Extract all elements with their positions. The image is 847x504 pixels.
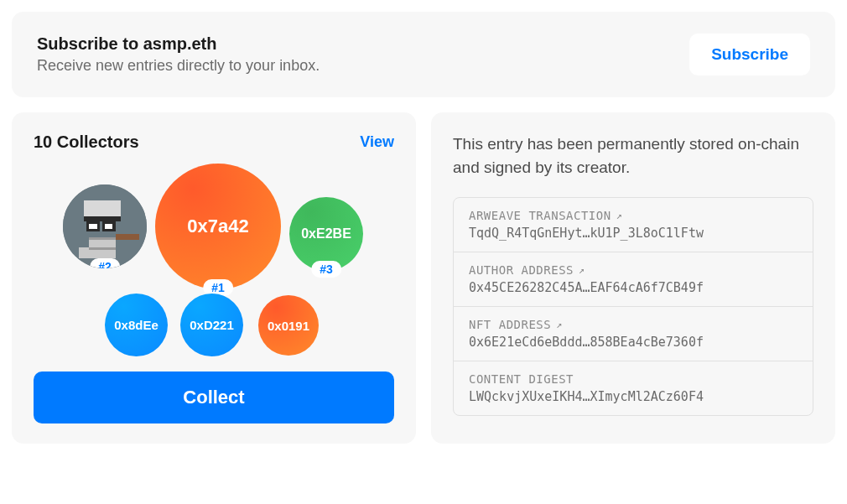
chain-card: This entry has been permanently stored o… (431, 112, 835, 444)
svg-rect-11 (89, 247, 115, 250)
collector-bubble-rank2[interactable]: #2 (63, 184, 147, 268)
meta-value: 0x6E21eCd6eBddd…858BEa4cBe7360f (469, 335, 798, 350)
collector-label: 0xE2BE (301, 226, 351, 242)
external-link-icon: ↗ (616, 210, 623, 221)
svg-rect-6 (105, 224, 112, 229)
collector-bubble-small[interactable]: 0x8dEe (105, 294, 168, 356)
collector-bubble-small[interactable]: 0x0191 (258, 295, 319, 356)
svg-rect-9 (79, 247, 90, 258)
collector-label: 0x0191 (268, 319, 309, 333)
subscribe-bar: Subscribe to asmp.eth Receive new entrie… (12, 12, 835, 97)
chain-meta-list: ARWEAVE TRANSACTION ↗ TqdQ_R4TqGnEHyt…kU… (453, 197, 813, 416)
svg-rect-10 (89, 237, 115, 240)
svg-rect-7 (116, 234, 139, 239)
collector-bubble-rank3[interactable]: 0xE2BE #3 (289, 197, 363, 271)
external-link-icon: ↗ (579, 264, 585, 276)
collector-label: 0xD221 (190, 318, 234, 332)
svg-rect-2 (84, 216, 121, 221)
rank-badge: #2 (90, 258, 120, 268)
collector-label: 0x8dEe (114, 318, 158, 332)
collector-bubble-rank1[interactable]: 0x7a42 #1 (155, 164, 281, 289)
meta-nft-address[interactable]: NFT ADDRESS ↗ 0x6E21eCd6eBddd…858BEa4cBe… (454, 307, 813, 361)
subscribe-title: Subscribe to asmp.eth (37, 34, 320, 54)
subscribe-subtitle: Receive new entries directly to your inb… (37, 57, 320, 75)
chain-description: This entry has been permanently stored o… (453, 132, 813, 179)
meta-content-digest: CONTENT DIGEST LWQckvjXUxeIKH4…XImycMl2A… (454, 361, 813, 415)
external-link-icon: ↗ (556, 319, 563, 330)
view-link[interactable]: View (360, 133, 394, 151)
subscribe-button[interactable]: Subscribe (689, 34, 810, 75)
meta-label: CONTENT DIGEST (469, 372, 798, 386)
meta-label: ARWEAVE TRANSACTION ↗ (469, 209, 798, 222)
meta-author-address[interactable]: AUTHOR ADDRESS ↗ 0x45CE26282C45A…EAF64cA… (454, 252, 813, 307)
bottom-row: 10 Collectors View (12, 112, 835, 444)
svg-rect-1 (84, 200, 121, 216)
collector-bubble-small[interactable]: 0xD221 (180, 294, 243, 356)
meta-value: 0x45CE26282C45A…EAF64cA6f7CB49f (469, 280, 798, 295)
meta-value: TqdQ_R4TqGnEHyt…kU1P_3L8oC1lFtw (469, 226, 798, 241)
collectors-card: 10 Collectors View (12, 112, 416, 444)
meta-label: NFT ADDRESS ↗ (469, 318, 798, 331)
collectors-header: 10 Collectors View (34, 132, 394, 152)
meta-arweave-transaction[interactable]: ARWEAVE TRANSACTION ↗ TqdQ_R4TqGnEHyt…kU… (454, 198, 813, 252)
subscribe-text: Subscribe to asmp.eth Receive new entrie… (37, 34, 320, 75)
meta-label: AUTHOR ADDRESS ↗ (469, 263, 798, 277)
collect-button[interactable]: Collect (34, 372, 394, 423)
rank-badge: #3 (311, 261, 341, 278)
collector-label: 0x7a42 (187, 216, 248, 237)
collectors-title: 10 Collectors (34, 132, 139, 152)
pixel-avatar-icon (63, 184, 147, 268)
svg-rect-5 (89, 224, 96, 229)
collectors-bubbles: #2 0x7a42 #1 0xE2BE #3 0x8dEe 0xD221 0x0… (34, 164, 394, 356)
meta-value: LWQckvjXUxeIKH4…XImycMl2ACz60F4 (469, 389, 798, 404)
